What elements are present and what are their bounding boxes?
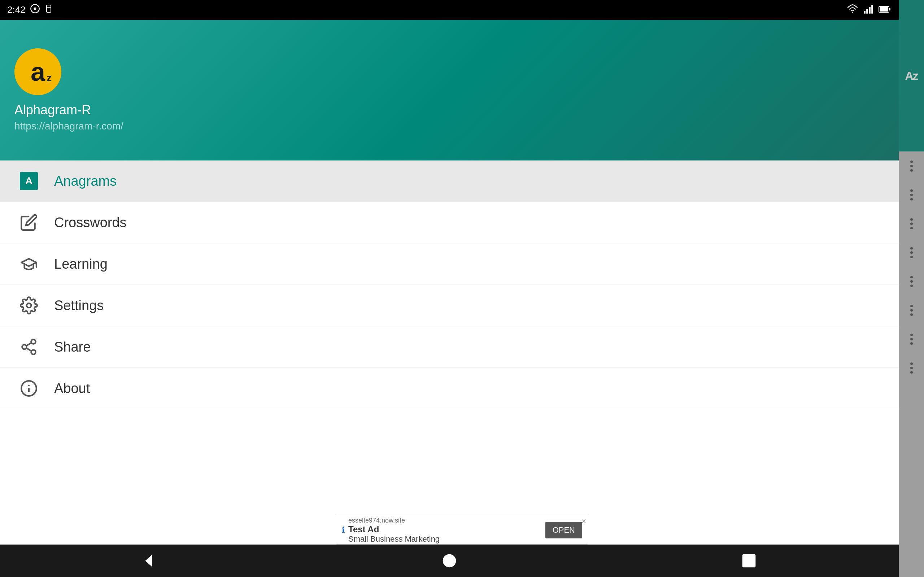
status-bar-right (847, 4, 892, 16)
nav-item-share[interactable]: Share (0, 326, 899, 368)
svg-point-12 (27, 303, 31, 308)
nav-item-learning[interactable]: Learning (0, 243, 899, 285)
svg-rect-7 (869, 7, 871, 14)
share-icon (18, 336, 40, 358)
recents-button[interactable] (713, 545, 785, 577)
ad-source: esselte974.now.site (348, 517, 542, 524)
svg-rect-2 (47, 5, 51, 12)
right-panel-dots-3[interactable] (910, 209, 913, 238)
svg-rect-11 (880, 7, 888, 11)
app-logo: az (15, 48, 61, 95)
svg-rect-5 (864, 11, 866, 13)
nav-item-crosswords[interactable]: Crosswords (0, 202, 899, 243)
right-panel: Az (899, 0, 924, 577)
wifi-icon (847, 4, 858, 16)
svg-point-22 (443, 554, 456, 567)
right-panel-dots-7[interactable] (910, 324, 913, 353)
nav-item-about[interactable]: About (0, 368, 899, 409)
app-header: az Alphagram-R https://alphagram-r.com/ (0, 20, 899, 161)
svg-marker-21 (145, 554, 152, 567)
app-logo-subletter: z (47, 72, 52, 84)
svg-line-16 (26, 348, 31, 351)
battery-icon (879, 4, 892, 16)
app-name: Alphagram-R (15, 102, 91, 118)
pencil-icon (18, 212, 40, 233)
anagrams-icon: A (18, 170, 40, 192)
status-bar: 2:42 (0, 0, 899, 20)
info-icon (18, 377, 40, 399)
location-icon (30, 3, 40, 16)
svg-rect-23 (743, 554, 756, 567)
svg-rect-6 (866, 9, 868, 13)
storage-icon (44, 3, 53, 16)
signal-icon (863, 4, 874, 16)
az-icon: Az (905, 69, 918, 82)
ad-text-block: esselte974.now.site Test Ad Small Busine… (348, 517, 542, 544)
home-button[interactable] (413, 545, 485, 577)
status-bar-left: 2:42 (7, 3, 53, 16)
ad-info-icon: ℹ (342, 525, 345, 535)
bottom-nav (0, 545, 899, 577)
svg-rect-10 (889, 8, 890, 10)
ad-banner: ℹ esselte974.now.site Test Ad Small Busi… (336, 516, 588, 545)
nav-item-settings[interactable]: Settings (0, 285, 899, 326)
nav-list: A Anagrams Crosswords Learning (0, 161, 899, 577)
ad-open-button[interactable]: OPEN (545, 522, 582, 538)
app-logo-letter: az (31, 57, 45, 87)
right-panel-dots-8[interactable] (910, 353, 913, 382)
ad-description: Small Business Marketing (348, 534, 542, 544)
svg-point-1 (34, 8, 36, 10)
svg-line-17 (26, 343, 31, 346)
ad-close-icon[interactable]: ✕ (581, 517, 586, 525)
gear-icon (18, 295, 40, 316)
app-url: https://alphagram-r.com/ (15, 121, 123, 132)
svg-point-4 (852, 11, 853, 13)
main-content: az Alphagram-R https://alphagram-r.com/ … (0, 20, 899, 577)
svg-rect-8 (871, 5, 873, 13)
right-panel-dots-1[interactable] (910, 152, 913, 180)
graduation-icon (18, 253, 40, 275)
right-panel-dots-6[interactable] (910, 296, 913, 324)
back-button[interactable] (114, 545, 186, 577)
nav-item-settings-label: Settings (54, 298, 103, 313)
nav-item-share-label: Share (54, 339, 90, 355)
nav-item-anagrams-label: Anagrams (54, 174, 116, 189)
nav-item-about-label: About (54, 381, 90, 396)
nav-item-learning-label: Learning (54, 256, 108, 272)
status-time: 2:42 (7, 4, 26, 16)
right-panel-dots-5[interactable] (910, 267, 913, 296)
ad-label: Test Ad (348, 524, 379, 534)
nav-item-crosswords-label: Crosswords (54, 215, 127, 230)
right-panel-top: Az (899, 0, 924, 152)
right-panel-dots-4[interactable] (910, 238, 913, 267)
nav-item-anagrams[interactable]: A Anagrams (0, 161, 899, 202)
right-panel-dots-2[interactable] (910, 180, 913, 209)
